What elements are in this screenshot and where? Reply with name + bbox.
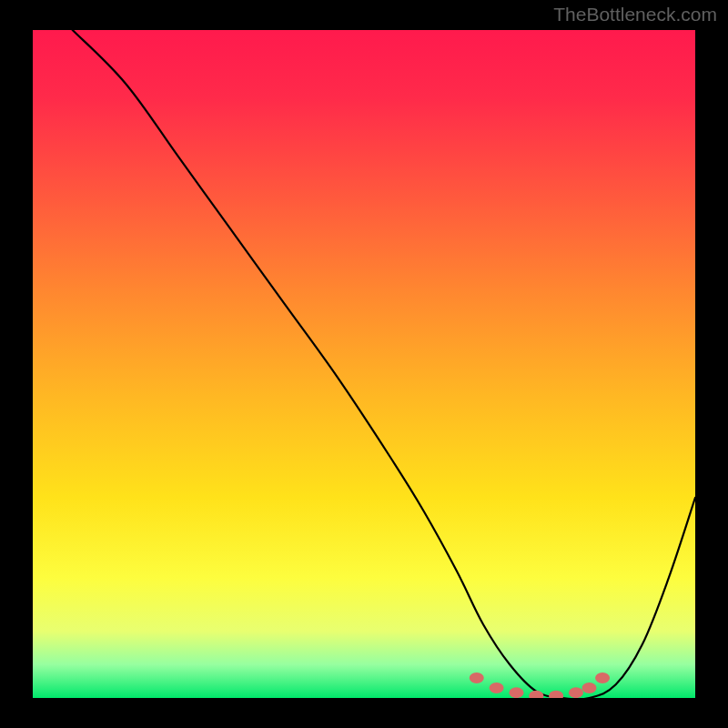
- marker-dot: [569, 687, 583, 698]
- marker-dot: [509, 687, 523, 698]
- chart-svg: [33, 30, 695, 698]
- marker-dot: [582, 682, 597, 693]
- plot-area: [33, 30, 695, 698]
- marker-dot: [595, 672, 610, 683]
- marker-group: [470, 672, 610, 698]
- bottleneck-curve-path: [73, 30, 695, 698]
- marker-dot: [490, 682, 504, 693]
- marker-dot: [549, 691, 563, 698]
- marker-dot: [529, 691, 543, 698]
- watermark-text: TheBottleneck.com: [553, 4, 717, 25]
- marker-dot: [470, 672, 484, 683]
- chart-frame: TheBottleneck.com: [0, 0, 728, 728]
